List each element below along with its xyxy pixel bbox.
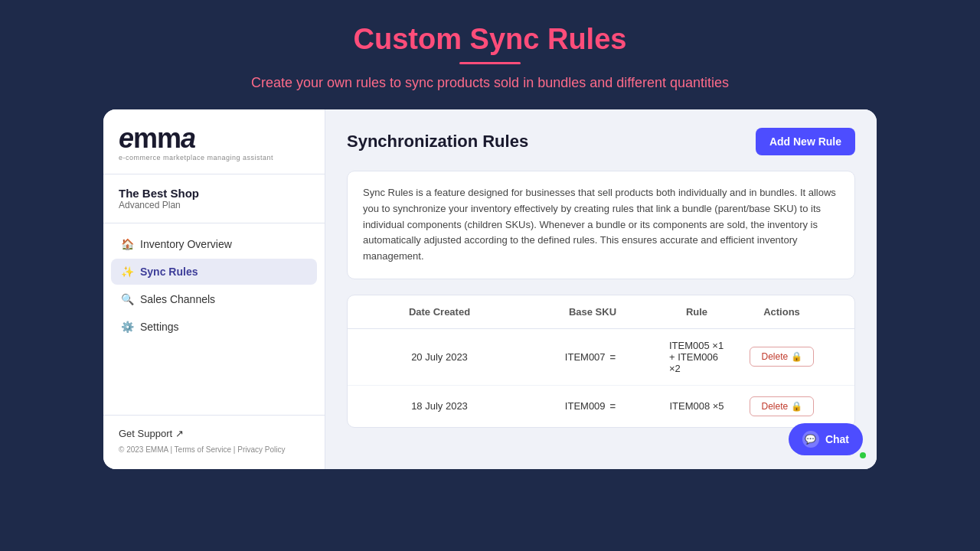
main-content: Synchronization Rules Add New Rule Sync … — [325, 109, 877, 469]
sidebar-item-sales-channels[interactable]: 🔍 Sales Channels — [111, 286, 317, 312]
logo-tagline: e-commerce marketplace managing assistan… — [119, 154, 309, 161]
footer-links: © 2023 EMMA | Terms of Service | Privacy… — [119, 445, 309, 454]
chat-icon: 💬 — [802, 431, 819, 448]
row2-actions: Delete 🔒 — [724, 396, 839, 416]
shop-info: The Best Shop Advanced Plan — [103, 187, 325, 223]
row2-date: 18 July 2023 — [363, 400, 516, 412]
info-box: Sync Rules is a feature designed for bus… — [347, 171, 855, 279]
row1-base-sku: ITEM007 = — [516, 351, 669, 363]
row2-rule: ITEM008 ×5 — [669, 400, 724, 412]
row1-delete-button[interactable]: Delete 🔒 — [750, 347, 813, 367]
table-header: Date Created Base SKU Rule Actions — [348, 295, 854, 329]
add-new-rule-button[interactable]: Add New Rule — [756, 128, 855, 155]
chat-label: Chat — [825, 433, 849, 445]
title-underline — [459, 62, 521, 64]
chat-online-dot — [860, 452, 866, 458]
sidebar-footer: Get Support ↗ © 2023 EMMA | Terms of Ser… — [103, 415, 325, 454]
sidebar-item-sales-channels-label: Sales Channels — [140, 293, 215, 305]
sales-channels-icon: 🔍 — [120, 293, 134, 305]
logo: emma — [119, 125, 309, 152]
sidebar-item-settings[interactable]: ⚙️ Settings — [111, 314, 317, 340]
chat-button[interactable]: 💬 Chat — [789, 423, 863, 455]
get-support-link[interactable]: Get Support ↗ — [119, 428, 309, 439]
page-header: Custom Sync Rules Create your own rules … — [46, 23, 934, 91]
sidebar-item-inventory-label: Inventory Overview — [140, 238, 232, 250]
logo-area: emma e-commerce marketplace managing ass… — [103, 125, 325, 174]
row1-date: 20 July 2023 — [363, 351, 516, 363]
sidebar: emma e-commerce marketplace managing ass… — [103, 109, 325, 469]
table-row: 18 July 2023 ITEM009 = ITEM008 ×5 Delete… — [348, 386, 854, 427]
sidebar-item-settings-label: Settings — [140, 321, 179, 333]
app-card: emma e-commerce marketplace managing ass… — [103, 109, 877, 469]
settings-icon: ⚙️ — [120, 321, 134, 333]
row1-actions: Delete 🔒 — [724, 347, 839, 367]
row2-delete-button[interactable]: Delete 🔒 — [750, 396, 813, 416]
col-base-sku: Base SKU — [516, 306, 669, 318]
col-date-created: Date Created — [363, 306, 516, 318]
row2-rule-text: ITEM008 ×5 — [669, 400, 724, 412]
sidebar-item-sync-rules[interactable]: ✨ Sync Rules — [111, 259, 317, 285]
row2-equals: = — [610, 400, 616, 412]
page-subtitle: Create your own rules to sync products s… — [46, 75, 934, 91]
row2-sku-text: ITEM009 — [565, 400, 606, 412]
main-header: Synchronization Rules Add New Rule — [347, 128, 855, 155]
main-content-title: Synchronization Rules — [347, 132, 528, 152]
shop-name: The Best Shop — [119, 187, 309, 200]
row1-rule: ITEM005 ×1 + ITEM006 ×2 — [669, 340, 724, 374]
sync-rules-icon: ✨ — [120, 266, 134, 278]
col-actions: Actions — [724, 306, 839, 318]
row1-rule-text: ITEM005 ×1 + ITEM006 ×2 — [669, 340, 724, 374]
inventory-icon: 🏠 — [120, 238, 134, 250]
nav-items: 🏠 Inventory Overview ✨ Sync Rules 🔍 Sale… — [103, 231, 325, 407]
sidebar-item-inventory[interactable]: 🏠 Inventory Overview — [111, 231, 317, 257]
shop-plan: Advanced Plan — [119, 200, 309, 210]
page-title: Custom Sync Rules — [46, 23, 934, 56]
rules-table: Date Created Base SKU Rule Actions 20 Ju… — [347, 295, 855, 428]
table-row: 20 July 2023 ITEM007 = ITEM005 ×1 + ITEM… — [348, 329, 854, 386]
row1-sku-text: ITEM007 — [565, 351, 606, 363]
row1-equals: = — [610, 351, 616, 363]
sidebar-item-sync-rules-label: Sync Rules — [140, 266, 198, 278]
col-rule: Rule — [669, 306, 724, 318]
row2-base-sku: ITEM009 = — [516, 400, 669, 412]
